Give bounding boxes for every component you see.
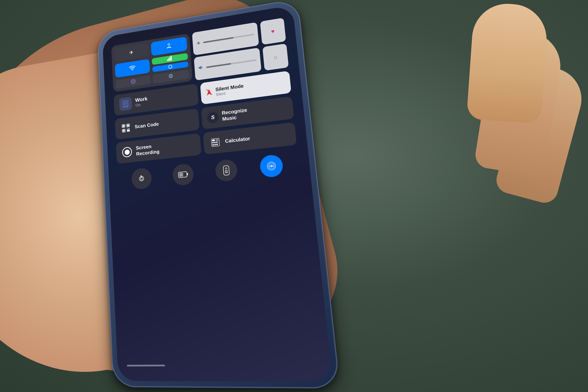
connectivity-grid: ✈ — [111, 33, 193, 92]
svg-rect-36 — [216, 144, 218, 145]
focus-button[interactable] — [116, 75, 151, 89]
iphone-frame: ✈ — [97, 0, 340, 388]
right-column: ♥ ⌂ — [260, 18, 289, 70]
svg-point-8 — [133, 81, 134, 82]
recognize-music-label: Recognize Music — [222, 107, 248, 122]
svg-rect-21 — [127, 124, 129, 126]
svg-rect-3 — [168, 58, 169, 61]
shazam-icon: S — [206, 111, 219, 124]
focus-icon — [130, 78, 136, 85]
svg-rect-42 — [179, 173, 183, 177]
vpn-button[interactable] — [152, 70, 190, 84]
brightness-icon: ☀ — [196, 40, 201, 46]
svg-rect-33 — [218, 141, 218, 142]
airplane-mode-button[interactable]: ✈ — [114, 43, 149, 62]
low-power-button[interactable] — [172, 163, 194, 186]
svg-rect-5 — [170, 56, 172, 61]
svg-rect-46 — [226, 170, 227, 171]
svg-point-1 — [132, 70, 133, 70]
iphone-screen: ✈ — [102, 5, 333, 382]
home-indicator — [127, 364, 165, 366]
vpn-icon — [168, 74, 174, 80]
svg-rect-45 — [225, 170, 226, 172]
wifi-button[interactable] — [115, 59, 150, 78]
airdrop-icon — [166, 42, 172, 51]
calculator-icon — [208, 136, 222, 149]
svg-rect-29 — [216, 139, 218, 141]
wifi-icon — [129, 64, 136, 72]
heart-icon: ♥ — [271, 28, 275, 35]
airdrop-button[interactable] — [151, 37, 188, 56]
sliders-section: ☀ — [192, 22, 262, 80]
svg-rect-43 — [223, 166, 229, 175]
svg-rect-23 — [123, 130, 124, 132]
work-icon — [119, 97, 132, 111]
svg-rect-19 — [122, 125, 124, 127]
svg-point-0 — [168, 43, 170, 45]
svg-rect-37 — [218, 144, 218, 144]
silent-icon — [205, 88, 213, 98]
lock-rotation-button[interactable] — [131, 168, 152, 190]
calculator-label: Calculator — [225, 136, 250, 144]
control-center: ✈ — [111, 14, 320, 369]
bluetooth-icon: ⬡ — [168, 64, 172, 70]
svg-marker-14 — [198, 66, 202, 70]
svg-rect-39 — [140, 178, 142, 180]
svg-rect-30 — [212, 142, 214, 143]
svg-rect-32 — [216, 141, 217, 143]
airplane-icon: ✈ — [129, 49, 134, 56]
scene: ✈ — [0, 0, 588, 392]
screen-recording-icon — [121, 146, 133, 159]
home-button[interactable]: ⌂ — [262, 44, 289, 71]
svg-point-44 — [225, 168, 227, 169]
cellular-icon — [167, 55, 173, 63]
svg-rect-4 — [169, 57, 170, 61]
apple-watch-button[interactable] — [259, 154, 284, 178]
svg-point-51 — [270, 166, 272, 167]
scan-code-label: Scan Code — [134, 121, 159, 130]
home-icon: ⌂ — [274, 54, 277, 60]
finger-index — [466, 1, 549, 124]
svg-rect-34 — [212, 144, 214, 146]
svg-rect-25 — [128, 128, 130, 130]
svg-rect-2 — [167, 60, 168, 61]
svg-rect-28 — [212, 139, 214, 141]
svg-rect-24 — [127, 129, 128, 130]
work-text: Work On — [135, 96, 148, 108]
health-button[interactable]: ♥ — [260, 18, 286, 45]
svg-rect-26 — [127, 130, 130, 132]
tv-remote-button[interactable] — [214, 158, 238, 182]
svg-line-11 — [169, 76, 172, 76]
screen-recording-label: Screen Recording — [136, 143, 160, 157]
silent-text: Silent Mode Silent — [215, 83, 244, 97]
volume-icon — [198, 65, 204, 71]
svg-rect-47 — [225, 172, 226, 173]
svg-rect-31 — [214, 142, 216, 143]
scan-code-icon — [120, 122, 132, 135]
svg-rect-48 — [226, 172, 228, 173]
svg-rect-35 — [214, 144, 216, 146]
svg-rect-41 — [187, 173, 188, 176]
